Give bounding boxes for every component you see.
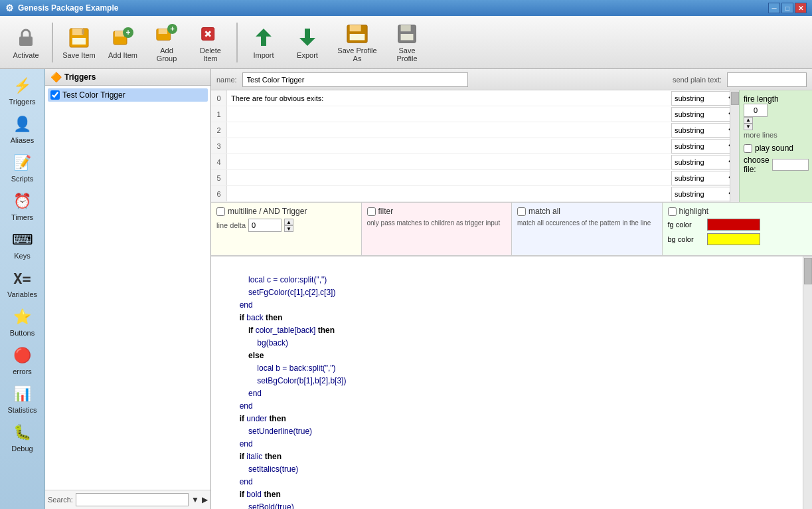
pattern-type-1[interactable]: substringexactregex	[671, 107, 738, 122]
export-button[interactable]: Export	[287, 19, 328, 66]
bg-color-label: bg color	[668, 235, 704, 243]
plain-text-input[interactable]	[727, 72, 807, 87]
pattern-type-5[interactable]: substringexactregex	[671, 171, 738, 185]
sidebar-item-buttons[interactable]: ⭐ Buttons	[3, 303, 42, 340]
search-input[interactable]	[76, 493, 189, 506]
right-panel: name: send plain text: 0 substringexactr…	[211, 69, 812, 509]
choose-file-row: choose file:	[744, 155, 808, 174]
add-item-icon: +	[111, 26, 135, 50]
pattern-input-1[interactable]	[227, 106, 671, 122]
save-profile-as-button[interactable]: Save Profile As	[331, 19, 384, 66]
pattern-num-0: 0	[211, 90, 227, 106]
pattern-row-3: 3 substringexactregex	[211, 138, 739, 154]
match-all-desc: match all occurences of the pattern in t…	[517, 219, 657, 228]
tree-panel: 🔶 Triggers Test Color Trigger Search: ▼ …	[45, 69, 211, 509]
pattern-input-3[interactable]	[227, 138, 671, 153]
play-sound-checkbox[interactable]	[744, 144, 752, 153]
sidebar-item-variables[interactable]: X= Variables	[3, 264, 42, 302]
bg-color-swatch[interactable]	[707, 233, 760, 245]
search-label: Search:	[48, 496, 73, 504]
fg-color-swatch[interactable]	[707, 219, 760, 231]
import-icon	[252, 26, 276, 50]
sidebar-item-triggers[interactable]: ⚡ Triggers	[3, 72, 42, 109]
options-row: multiline / AND Trigger line delta ▲ ▼	[211, 203, 812, 256]
fire-length-spinner: ▲ ▼	[744, 117, 808, 130]
save-profile-button[interactable]: Save Profile	[386, 19, 428, 66]
sidebar-item-statistics[interactable]: 📊 Statistics	[3, 380, 42, 417]
import-button[interactable]: Import	[243, 19, 284, 66]
pattern-type-2[interactable]: substringexactregex	[671, 123, 738, 138]
code-scroll-thumb[interactable]	[804, 258, 812, 284]
plain-text-label: send plain text:	[673, 76, 722, 84]
pattern-input-2[interactable]	[227, 122, 671, 138]
delete-item-button[interactable]: Delete Item	[190, 19, 231, 66]
pattern-row-0: 0 substringexactregex	[211, 90, 739, 106]
multiline-checkbox[interactable]	[216, 207, 225, 216]
fire-length-down[interactable]: ▼	[744, 124, 753, 130]
svg-rect-0	[19, 37, 33, 46]
sidebar-item-errors[interactable]: 🔴 errors	[3, 342, 42, 379]
pattern-type-3[interactable]: substringexactregex	[671, 139, 738, 153]
toolbar: Activate Save Item + Add Item + Add Grou…	[0, 16, 812, 69]
sidebar-item-debug[interactable]: 🐛 Debug	[3, 419, 42, 456]
line-delta-input[interactable]	[248, 219, 282, 232]
pattern-num-1: 1	[211, 106, 227, 122]
sidebar-item-timers[interactable]: ⏰ Timers	[3, 187, 42, 225]
pattern-input-5[interactable]	[227, 170, 671, 185]
pattern-num-6: 6	[211, 186, 227, 201]
filter-checkbox[interactable]	[367, 207, 376, 216]
add-item-button[interactable]: + Add Item	[102, 19, 143, 66]
line-delta-up[interactable]: ▲	[284, 219, 293, 225]
pattern-rows-area: 0 substringexactregex 1 substringexactre…	[211, 90, 739, 202]
line-delta-down[interactable]: ▼	[284, 225, 293, 232]
tree-header-label: Triggers	[64, 72, 96, 82]
pattern-input-0[interactable]	[227, 90, 671, 106]
choose-file-label: choose file:	[744, 155, 770, 174]
pattern-row-4: 4 substringexactregex	[211, 154, 739, 170]
scripts-icon: 📝	[12, 152, 33, 173]
separator-1	[52, 23, 53, 62]
name-label: name:	[216, 76, 237, 84]
pattern-type-4[interactable]: substringexactregex	[671, 155, 738, 169]
save-item-button[interactable]: Save Item	[58, 19, 100, 66]
activate-button[interactable]: Activate	[5, 19, 46, 66]
choose-file-input[interactable]	[772, 159, 809, 171]
code-editor[interactable]: local c = color:split(",") setFgColor(c[…	[211, 256, 803, 509]
sidebar-item-scripts[interactable]: 📝 Scripts	[3, 149, 42, 186]
fire-length-up[interactable]: ▲	[744, 117, 753, 124]
tree-item-test-color-trigger[interactable]: Test Color Trigger	[48, 88, 208, 102]
pattern-scrollbar[interactable]	[730, 90, 739, 202]
add-group-icon: +	[155, 23, 179, 45]
play-sound-row: play sound	[744, 144, 808, 153]
close-button[interactable]: ✕	[795, 3, 807, 13]
pattern-type-6[interactable]: substringexactregex	[671, 187, 738, 201]
trigger-name-input[interactable]	[242, 72, 468, 87]
match-all-title: match all	[517, 207, 657, 216]
sidebar-item-keys[interactable]: ⌨ Keys	[3, 226, 42, 263]
errors-icon: 🔴	[12, 345, 33, 366]
search-next-button[interactable]: ▶	[202, 495, 208, 504]
pattern-input-4[interactable]	[227, 154, 671, 169]
trigger-label: Test Color Trigger	[62, 90, 125, 100]
pattern-num-2: 2	[211, 122, 227, 138]
add-group-button[interactable]: + Add Group	[146, 19, 187, 66]
code-scrollbar[interactable]	[803, 256, 812, 509]
trigger-checkbox[interactable]	[50, 90, 60, 100]
search-dropdown-button[interactable]: ▼	[191, 495, 199, 504]
minimize-button[interactable]: ─	[768, 3, 780, 13]
pattern-type-0[interactable]: substringexactregex	[671, 91, 738, 106]
highlight-checkbox[interactable]	[668, 207, 677, 216]
line-delta-label: line delta	[216, 221, 246, 229]
maximize-button[interactable]: □	[781, 3, 793, 13]
svg-rect-19	[350, 25, 361, 31]
svg-rect-22	[401, 25, 411, 31]
pattern-row-2: 2 substringexactregex	[211, 122, 739, 138]
svg-rect-10	[159, 29, 167, 34]
fire-length-input[interactable]	[744, 104, 768, 117]
match-all-checkbox[interactable]	[517, 207, 526, 216]
pattern-scroll-thumb[interactable]	[731, 92, 739, 105]
separator-2	[236, 23, 238, 62]
sidebar: ⚡ Triggers 👤 Aliases 📝 Scripts ⏰ Timers …	[0, 69, 45, 509]
pattern-input-6[interactable]	[227, 186, 671, 201]
sidebar-item-aliases[interactable]: 👤 Aliases	[3, 110, 42, 148]
